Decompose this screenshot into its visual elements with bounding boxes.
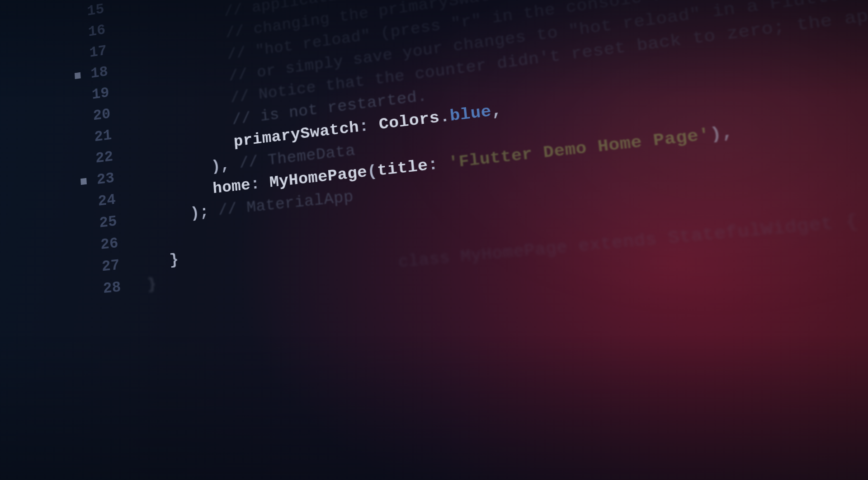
code-area: return MaterialApp(title: 'Flutter Demo'… bbox=[111, 0, 868, 297]
code-token: , bbox=[220, 153, 240, 177]
line-number-value: 16 bbox=[88, 19, 106, 42]
line-number-value: 24 bbox=[97, 188, 116, 212]
code-token: , bbox=[490, 99, 503, 123]
line-number-value: 26 bbox=[100, 232, 119, 256]
line-number-value: 20 bbox=[93, 103, 112, 127]
line-number-value: 27 bbox=[101, 254, 121, 278]
editor-plane: 10111213141516171819202122232425262728 r… bbox=[36, 0, 868, 480]
code-token: : bbox=[358, 113, 380, 139]
line-number-value: 19 bbox=[91, 82, 110, 105]
line-number-value: 25 bbox=[99, 210, 118, 234]
breakpoint-marker-icon bbox=[75, 72, 81, 79]
line-number-value: 15 bbox=[86, 0, 105, 22]
code-editor: 10111213141516171819202122232425262728 r… bbox=[36, 0, 868, 304]
breakpoint-marker-icon bbox=[80, 178, 87, 185]
code-token: : bbox=[427, 151, 450, 177]
line-number-value: 28 bbox=[103, 276, 122, 300]
editor-photo-scene: 10111213141516171819202122232425262728 r… bbox=[0, 0, 868, 480]
line-number-value: 22 bbox=[95, 146, 114, 169]
code-token: } bbox=[169, 248, 179, 271]
line-number-value: 18 bbox=[90, 61, 108, 85]
line-number-value: 17 bbox=[89, 40, 107, 63]
code-token: : bbox=[250, 171, 270, 196]
code-token: ; bbox=[199, 200, 219, 224]
line-number-value: 21 bbox=[94, 124, 113, 148]
line-number-value: 23 bbox=[96, 167, 115, 191]
